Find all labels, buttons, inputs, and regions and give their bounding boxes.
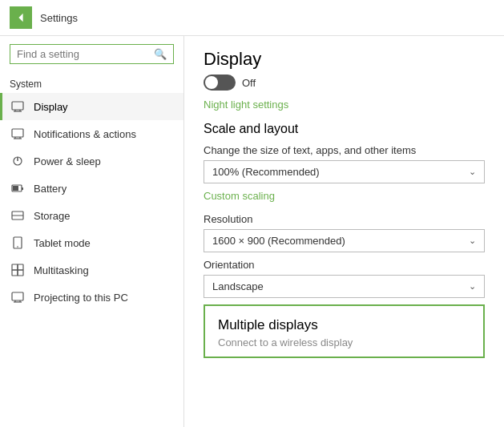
- projecting-icon: [10, 289, 26, 305]
- sidebar-item-multitasking[interactable]: Multitasking: [0, 256, 183, 284]
- resolution-dropdown-value: 1600 × 900 (Recommended): [212, 235, 345, 247]
- scale-field-label: Change the size of text, apps, and other…: [204, 144, 485, 156]
- sidebar-item-multitasking-label: Multitasking: [34, 264, 89, 276]
- resolution-dropdown-arrow: ⌄: [469, 236, 476, 246]
- system-section-label: System: [0, 74, 183, 93]
- svg-rect-20: [18, 270, 23, 276]
- storage-icon: [10, 207, 26, 224]
- orientation-dropdown-arrow: ⌄: [469, 281, 476, 292]
- back-button[interactable]: [10, 6, 32, 29]
- svg-rect-0: [12, 102, 23, 110]
- orientation-dropdown[interactable]: Landscape ⌄: [204, 275, 485, 298]
- svg-rect-11: [22, 187, 23, 190]
- sidebar-item-power-label: Power & sleep: [34, 155, 101, 167]
- sidebar-item-storage-label: Storage: [34, 210, 71, 222]
- scale-section-heading: Scale and layout: [204, 122, 485, 136]
- scale-dropdown-arrow: ⌄: [469, 167, 476, 177]
- svg-rect-17: [12, 264, 18, 270]
- scale-dropdown[interactable]: 100% (Recommended) ⌄: [204, 160, 485, 183]
- sidebar-item-display[interactable]: Display: [0, 93, 183, 120]
- connect-wireless-link[interactable]: Connect to a wireless display: [218, 336, 353, 348]
- sidebar-item-projecting-label: Projecting to this PC: [34, 292, 128, 304]
- toggle-knob: [205, 76, 218, 89]
- sidebar-item-display-label: Display: [34, 101, 68, 113]
- multiple-displays-box: Multiple displays Connect to a wireless …: [204, 304, 485, 358]
- svg-rect-12: [13, 186, 18, 191]
- main-layout: 🔍 System Display Notifications & actions…: [0, 36, 504, 427]
- resolution-field-label: Resolution: [204, 213, 485, 225]
- sidebar-item-storage[interactable]: Storage: [0, 202, 183, 229]
- orientation-field-label: Orientation: [204, 259, 485, 271]
- window-title: Settings: [40, 12, 78, 24]
- search-icon: 🔍: [154, 48, 167, 60]
- svg-rect-4: [12, 129, 23, 137]
- multitasking-icon: [10, 262, 26, 278]
- title-bar: Settings: [0, 0, 504, 36]
- sidebar-item-power[interactable]: Power & sleep: [0, 147, 183, 175]
- toggle-label: Off: [242, 77, 256, 89]
- sidebar-item-battery[interactable]: Battery: [0, 175, 183, 202]
- sidebar-item-notifications-label: Notifications & actions: [34, 128, 136, 140]
- power-icon: [10, 153, 26, 169]
- sidebar-item-notifications[interactable]: Notifications & actions: [0, 120, 183, 147]
- display-toggle[interactable]: [204, 75, 236, 91]
- orientation-dropdown-value: Landscape: [212, 280, 264, 292]
- sidebar-item-tablet-label: Tablet mode: [34, 237, 91, 249]
- multiple-displays-title: Multiple displays: [218, 317, 470, 333]
- battery-icon: [10, 180, 26, 196]
- scale-dropdown-value: 100% (Recommended): [212, 166, 320, 178]
- search-box[interactable]: 🔍: [10, 44, 174, 64]
- search-input[interactable]: [17, 48, 154, 60]
- svg-rect-21: [12, 292, 23, 300]
- notifications-icon: [10, 126, 26, 142]
- svg-point-16: [17, 246, 18, 248]
- display-toggle-row: Off: [204, 75, 485, 91]
- display-icon: [10, 99, 26, 115]
- svg-rect-19: [12, 270, 18, 276]
- sidebar-item-projecting[interactable]: Projecting to this PC: [0, 284, 183, 311]
- night-light-link[interactable]: Night light settings: [204, 99, 485, 111]
- svg-rect-18: [18, 264, 23, 270]
- sidebar: 🔍 System Display Notifications & actions…: [0, 36, 184, 427]
- sidebar-item-tablet[interactable]: Tablet mode: [0, 229, 183, 256]
- content-area: Display Off Night light settings Scale a…: [184, 36, 504, 427]
- sidebar-item-battery-label: Battery: [34, 183, 67, 195]
- resolution-dropdown[interactable]: 1600 × 900 (Recommended) ⌄: [204, 229, 485, 252]
- custom-scaling-link[interactable]: Custom scaling: [204, 190, 485, 202]
- page-title: Display: [204, 49, 485, 70]
- tablet-icon: [10, 235, 26, 251]
